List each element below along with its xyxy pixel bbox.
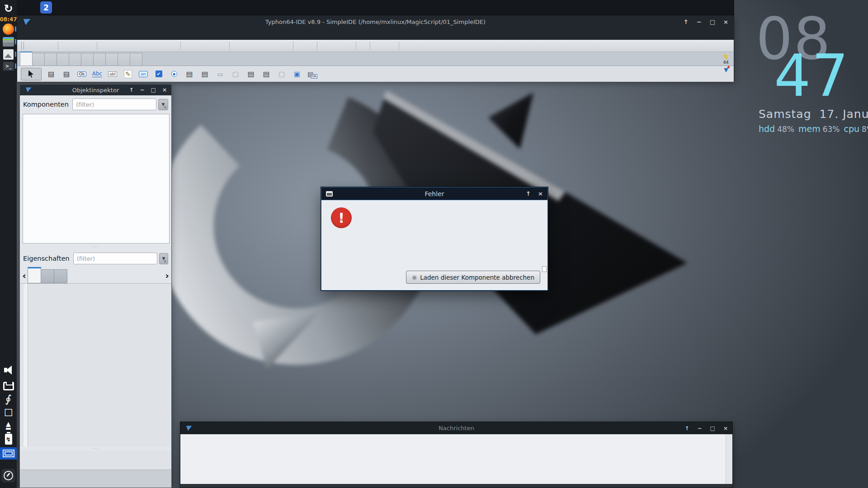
workspace-badge[interactable]: 2 (40, 1, 52, 14)
dropdown-caret-icon[interactable] (119, 41, 124, 51)
copy-icon[interactable] (217, 41, 227, 51)
palette-tab[interactable] (118, 53, 130, 66)
find-icon[interactable] (241, 41, 251, 51)
find-declaration-icon[interactable] (295, 41, 305, 51)
file-manager-icon[interactable] (0, 37, 17, 47)
package-box-icon[interactable]: ☐ (0, 407, 17, 418)
component-checkgroup-icon[interactable]: ▤ (260, 68, 272, 80)
stop-icon[interactable] (456, 41, 466, 51)
component-pointer[interactable] (21, 68, 42, 80)
firefox-icon[interactable] (0, 23, 17, 34)
open-recent-project-icon[interactable] (70, 41, 80, 51)
splitter-handle[interactable]: ··· (20, 245, 171, 249)
scrollbar[interactable] (726, 434, 732, 484)
menu-item[interactable] (75, 28, 84, 39)
component-label-icon[interactable]: Abc (91, 68, 103, 80)
menu-item[interactable] (30, 28, 39, 39)
package-install-icon[interactable] (134, 41, 144, 51)
find-in-files-icon[interactable] (305, 41, 315, 51)
maximize-button[interactable]: □ (710, 19, 715, 25)
menu-item[interactable] (111, 28, 120, 39)
components-filter-input[interactable] (72, 99, 156, 110)
menu-item[interactable] (93, 28, 102, 39)
messages-list[interactable] (180, 434, 732, 484)
tabs-scroll-right-icon[interactable]: › (164, 268, 170, 283)
minimize-button[interactable]: − (697, 19, 702, 25)
close-button[interactable]: × (538, 190, 543, 197)
report-icon[interactable] (261, 41, 271, 51)
component-checkbox-icon[interactable]: ✔ (153, 68, 165, 80)
palette-tab[interactable] (20, 52, 33, 66)
ide-titlebar[interactable]: Typhon64-IDE v8.9 - SimpleIDE (/home/mxl… (17, 16, 734, 28)
component-mainmenu-icon[interactable]: ▤ (45, 68, 57, 80)
pause-icon[interactable] (446, 41, 456, 51)
terminal-icon[interactable]: >_ (0, 61, 17, 71)
run-icon[interactable] (421, 41, 431, 51)
dropdown-caret-icon[interactable] (441, 41, 446, 51)
debug-icon[interactable] (344, 41, 354, 51)
component-panel-icon[interactable]: ▢ (276, 68, 288, 80)
waves-icon[interactable] (358, 41, 368, 51)
logout-icon[interactable]: ↻ (0, 2, 17, 15)
dropdown-caret-icon[interactable] (80, 41, 85, 51)
minimize-button[interactable]: − (140, 87, 145, 93)
run-file-icon[interactable] (431, 41, 441, 51)
palette-tab[interactable] (69, 53, 81, 66)
tools-icon[interactable] (372, 41, 382, 51)
palette-tab[interactable] (57, 53, 69, 66)
component-togglebox-icon[interactable]: on (137, 68, 149, 80)
minimize-button[interactable]: − (698, 425, 702, 432)
palette-tab[interactable] (45, 53, 57, 66)
paperclip-icon[interactable]: ∮ (0, 392, 18, 406)
component-frame-icon[interactable]: ▣ (291, 68, 303, 80)
build-options-icon[interactable] (411, 41, 421, 51)
rollup-button[interactable]: ↑ (684, 19, 689, 25)
package-open-icon[interactable] (109, 41, 119, 51)
menu-item[interactable] (129, 28, 138, 39)
component-edit-icon[interactable]: abI (107, 68, 118, 80)
package-tools-icon[interactable] (154, 41, 164, 51)
dropdown-caret-icon[interactable] (392, 41, 397, 51)
rollup-button[interactable]: ↑ (684, 425, 689, 432)
menu-item[interactable] (102, 28, 111, 39)
network-icon[interactable] (0, 380, 17, 391)
project-inspector-icon[interactable] (85, 41, 95, 51)
properties-filter-input[interactable] (73, 253, 157, 264)
image-viewer-icon[interactable] (0, 49, 17, 60)
menu-item[interactable] (66, 28, 75, 39)
build-save-icon[interactable] (334, 41, 344, 51)
edit-source-icon[interactable] (231, 41, 241, 51)
property-grid[interactable] (20, 283, 171, 447)
filter-clear-icon[interactable]: ▼ (158, 99, 168, 110)
window-swap-icon[interactable] (281, 41, 291, 51)
close-button[interactable]: × (723, 425, 728, 432)
filter-clear-icon[interactable]: ▼ (159, 253, 168, 264)
package-options-icon[interactable] (164, 41, 174, 51)
maximize-button[interactable]: □ (710, 425, 715, 432)
step-out-icon[interactable] (486, 41, 495, 51)
menu-item[interactable] (120, 28, 129, 39)
component-button-icon[interactable]: Ok (76, 68, 88, 80)
new-form-icon[interactable] (46, 41, 56, 51)
palette-tab[interactable] (130, 53, 142, 66)
inspector-tab[interactable] (54, 269, 67, 283)
component-actionlist-icon[interactable]: ▤Ok (307, 68, 318, 80)
cancel-loading-button[interactable]: ◉ Laden dieser Komponente abbrechen (406, 271, 540, 284)
component-popupmenu-icon[interactable]: ▤ (61, 68, 72, 80)
step-over-icon[interactable] (476, 41, 486, 51)
resize-grip[interactable] (542, 266, 547, 272)
volume-icon[interactable] (0, 364, 17, 376)
menu-item[interactable] (57, 28, 66, 39)
component-tree[interactable] (23, 114, 170, 244)
palette-tab[interactable] (33, 53, 45, 66)
save-all-icon[interactable] (208, 41, 217, 51)
step-into-icon[interactable] (466, 41, 476, 51)
component-combobox-icon[interactable]: ▤ (199, 68, 211, 80)
close-button[interactable]: × (723, 19, 728, 25)
build-icon[interactable] (319, 41, 329, 51)
tabs-scroll-left-icon[interactable]: ‹ (21, 268, 28, 283)
menu-item[interactable] (48, 28, 57, 39)
rollup-button[interactable]: ↑ (526, 190, 531, 197)
palette-tab[interactable] (94, 53, 106, 66)
inspector-tab[interactable] (28, 267, 41, 283)
